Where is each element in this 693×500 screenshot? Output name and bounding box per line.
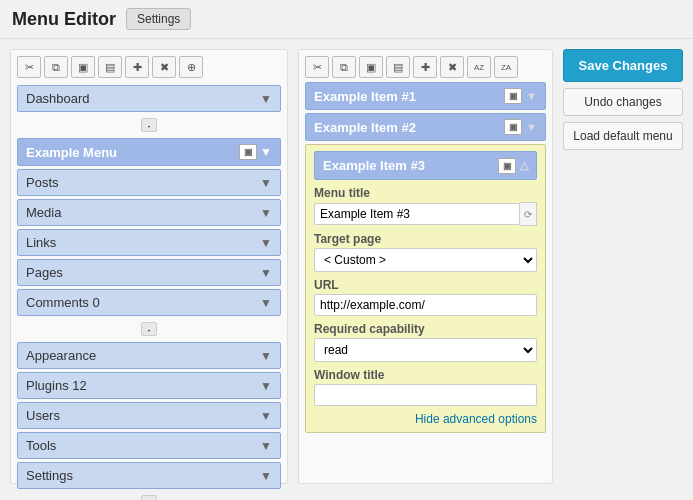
middle-delete-btn[interactable]: ✖: [440, 56, 464, 78]
left-user-btn[interactable]: ⊕: [179, 56, 203, 78]
url-row: URL: [314, 278, 537, 316]
window-title-input[interactable]: [314, 384, 537, 406]
left-item-links-chevron: ▼: [260, 236, 272, 250]
left-item-comments-chevron: ▼: [260, 296, 272, 310]
left-item-example-menu-page-icon: ▣: [239, 144, 257, 160]
left-save-btn[interactable]: ▣: [71, 56, 95, 78]
left-separator-2: ·: [17, 319, 281, 339]
left-item-tools[interactable]: Tools ▼: [17, 432, 281, 459]
middle-item-1-page-icon: ▣: [504, 88, 522, 104]
middle-paste-btn[interactable]: ▤: [386, 56, 410, 78]
middle-item-3-right: ▣ △: [498, 157, 528, 174]
middle-item-3-expanded: Example Item #3 ▣ △ Menu title ⟳ Target …: [305, 144, 546, 433]
middle-item-2-right: ▣ ▼: [504, 119, 537, 135]
middle-item-3-page-icon: ▣: [498, 158, 516, 174]
middle-scissors-btn[interactable]: ✂: [305, 56, 329, 78]
left-item-comments[interactable]: Comments 0 ▼: [17, 289, 281, 316]
left-item-plugins[interactable]: Plugins 12 ▼: [17, 372, 281, 399]
left-item-pages[interactable]: Pages ▼: [17, 259, 281, 286]
left-item-posts-label: Posts: [26, 175, 59, 190]
middle-item-2-chevron: ▼: [526, 121, 537, 133]
page-title: Menu Editor: [12, 9, 116, 30]
menu-title-label: Menu title: [314, 186, 537, 200]
left-item-example-menu-icons: ▣ ▼: [239, 144, 272, 160]
middle-item-1[interactable]: Example Item #1 ▣ ▼: [305, 82, 546, 110]
menu-title-input-icon: ⟳: [520, 202, 537, 226]
hide-options-link[interactable]: Hide advanced options: [314, 412, 537, 426]
left-item-settings-label: Settings: [26, 468, 73, 483]
middle-item-1-label: Example Item #1: [314, 89, 416, 104]
menu-title-input-wrapper: ⟳: [314, 202, 537, 226]
left-paste-btn[interactable]: ▤: [98, 56, 122, 78]
left-separator-3: ·: [17, 492, 281, 500]
left-item-settings-chevron: ▼: [260, 469, 272, 483]
left-item-users[interactable]: Users ▼: [17, 402, 281, 429]
left-item-tools-chevron: ▼: [260, 439, 272, 453]
left-dot-2: ·: [141, 322, 157, 336]
left-dot-3: ·: [141, 495, 157, 500]
left-item-example-menu[interactable]: Example Menu ▣ ▼: [17, 138, 281, 166]
load-default-menu-button[interactable]: Load default menu: [563, 122, 683, 150]
middle-plus-btn[interactable]: ✚: [413, 56, 437, 78]
left-item-settings[interactable]: Settings ▼: [17, 462, 281, 489]
undo-changes-button[interactable]: Undo changes: [563, 88, 683, 116]
left-scissors-btn[interactable]: ✂: [17, 56, 41, 78]
required-capability-row: Required capability read: [314, 322, 537, 362]
middle-panel: ✂ ⧉ ▣ ▤ ✚ ✖ AZ ZA Example Item #1 ▣ ▼ Ex…: [298, 49, 553, 484]
left-item-plugins-chevron: ▼: [260, 379, 272, 393]
left-item-users-chevron: ▼: [260, 409, 272, 423]
left-item-users-label: Users: [26, 408, 60, 423]
left-copy-btn[interactable]: ⧉: [44, 56, 68, 78]
left-item-links[interactable]: Links ▼: [17, 229, 281, 256]
header: Menu Editor Settings: [0, 0, 693, 39]
left-item-example-menu-chevron: ▼: [260, 145, 272, 159]
middle-item-1-right: ▣ ▼: [504, 88, 537, 104]
left-separator-1: ·: [17, 115, 281, 135]
target-page-row: Target page < Custom >: [314, 232, 537, 272]
left-item-dashboard[interactable]: Dashboard ▼: [17, 85, 281, 112]
left-item-appearance[interactable]: Appearance ▼: [17, 342, 281, 369]
url-label: URL: [314, 278, 537, 292]
left-item-tools-label: Tools: [26, 438, 56, 453]
url-input[interactable]: [314, 294, 537, 316]
required-capability-select[interactable]: read: [314, 338, 537, 362]
settings-tab[interactable]: Settings: [126, 8, 191, 30]
left-item-comments-label: Comments 0: [26, 295, 100, 310]
middle-item-2-page-icon: ▣: [504, 119, 522, 135]
middle-item-3-chevron: △: [520, 159, 528, 171]
left-item-appearance-label: Appearance: [26, 348, 96, 363]
left-dot-1: ·: [141, 118, 157, 132]
left-item-media-label: Media: [26, 205, 61, 220]
left-item-links-label: Links: [26, 235, 56, 250]
save-changes-button[interactable]: Save Changes: [563, 49, 683, 82]
middle-item-2[interactable]: Example Item #2 ▣ ▼: [305, 113, 546, 141]
middle-item-3-label: Example Item #3: [323, 158, 425, 173]
main-content: ✂ ⧉ ▣ ▤ ✚ ✖ ⊕ Dashboard ▼ · Example Menu…: [0, 39, 693, 494]
middle-save-btn[interactable]: ▣: [359, 56, 383, 78]
left-item-appearance-chevron: ▼: [260, 349, 272, 363]
left-item-pages-label: Pages: [26, 265, 63, 280]
left-item-pages-chevron: ▼: [260, 266, 272, 280]
middle-toolbar: ✂ ⧉ ▣ ▤ ✚ ✖ AZ ZA: [305, 56, 546, 78]
left-plus-btn[interactable]: ✚: [125, 56, 149, 78]
left-item-media-chevron: ▼: [260, 206, 272, 220]
middle-sort-za-btn[interactable]: ZA: [494, 56, 518, 78]
left-panel: ✂ ⧉ ▣ ▤ ✚ ✖ ⊕ Dashboard ▼ · Example Menu…: [10, 49, 288, 484]
left-item-posts[interactable]: Posts ▼: [17, 169, 281, 196]
left-delete-btn[interactable]: ✖: [152, 56, 176, 78]
middle-copy-btn[interactable]: ⧉: [332, 56, 356, 78]
window-title-row: Window title: [314, 368, 537, 406]
middle-item-1-chevron: ▼: [526, 90, 537, 102]
menu-title-input[interactable]: [314, 203, 520, 225]
menu-title-row: Menu title ⟳: [314, 186, 537, 226]
middle-item-2-label: Example Item #2: [314, 120, 416, 135]
target-page-select[interactable]: < Custom >: [314, 248, 537, 272]
middle-sort-az-btn[interactable]: AZ: [467, 56, 491, 78]
left-item-posts-chevron: ▼: [260, 176, 272, 190]
middle-item-3-header[interactable]: Example Item #3 ▣ △: [314, 151, 537, 180]
right-panel: Save Changes Undo changes Load default m…: [563, 49, 683, 484]
left-item-dashboard-label: Dashboard: [26, 91, 90, 106]
window-title-label: Window title: [314, 368, 537, 382]
left-item-example-menu-label: Example Menu: [26, 145, 117, 160]
left-item-media[interactable]: Media ▼: [17, 199, 281, 226]
